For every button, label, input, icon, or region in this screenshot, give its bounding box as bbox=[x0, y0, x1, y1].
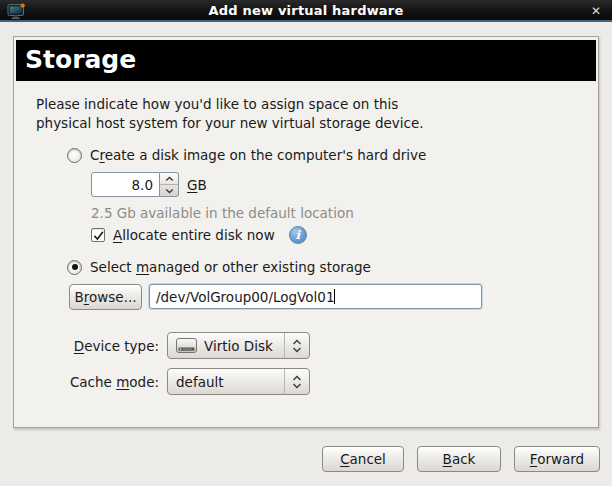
wizard-footer: Cancel Back Forward bbox=[322, 446, 600, 472]
forward-button[interactable]: Forward bbox=[514, 446, 600, 472]
cache-mode-row: Cache mode: default bbox=[54, 368, 310, 395]
close-icon[interactable]: ✕ bbox=[591, 3, 601, 19]
dropdown-chevrons-icon bbox=[284, 369, 309, 394]
hard-disk-icon bbox=[176, 338, 197, 353]
forward-button-label: Forward bbox=[530, 451, 584, 467]
browse-button-label: Browse... bbox=[74, 289, 136, 305]
allocate-disk-checkbox-row[interactable]: Allocate entire disk now i bbox=[91, 226, 307, 244]
page-title: Storage bbox=[16, 40, 596, 81]
text-caret bbox=[334, 289, 335, 304]
intro-text: Please indicate how you'd like to assign… bbox=[36, 95, 424, 133]
device-type-label: Device type: bbox=[54, 338, 159, 354]
spin-up-icon[interactable] bbox=[160, 173, 178, 185]
radio-select-managed-storage[interactable]: Select managed or other existing storage bbox=[67, 259, 371, 275]
intro-line-1: Please indicate how you'd like to assign… bbox=[36, 95, 424, 114]
cancel-button-label: Cancel bbox=[340, 451, 386, 467]
device-type-select[interactable]: Virtio Disk bbox=[167, 332, 310, 359]
storage-path-input[interactable]: /dev/VolGroup00/LogVol01 bbox=[149, 284, 482, 309]
radio-button-icon[interactable] bbox=[67, 148, 82, 163]
intro-line-2: physical host system for your new virtua… bbox=[36, 114, 424, 133]
cancel-button[interactable]: Cancel bbox=[322, 446, 404, 472]
dropdown-chevrons-icon bbox=[284, 333, 309, 358]
disk-size-spinner bbox=[160, 172, 179, 197]
cache-mode-value: default bbox=[176, 374, 284, 390]
radio-managed-label: Select managed or other existing storage bbox=[90, 259, 371, 275]
cache-mode-label: Cache mode: bbox=[54, 374, 159, 390]
disk-size-row: 8.0 GB bbox=[91, 172, 207, 197]
info-icon[interactable]: i bbox=[289, 226, 307, 244]
storage-wizard-panel: Storage Please indicate how you'd like t… bbox=[13, 36, 599, 428]
available-space-note: 2.5 Gb available in the default location bbox=[91, 205, 354, 221]
radio-create-label: Create a disk image on the computer's ha… bbox=[90, 147, 426, 163]
allocate-label: Allocate entire disk now bbox=[113, 227, 275, 243]
spin-down-icon[interactable] bbox=[160, 185, 178, 196]
device-type-value: Virtio Disk bbox=[204, 338, 284, 354]
titlebar: Add new virtual hardware ✕ bbox=[0, 0, 612, 22]
window-title: Add new virtual hardware bbox=[0, 3, 612, 18]
size-unit-label: GB bbox=[187, 177, 207, 193]
disk-size-value: 8.0 bbox=[132, 177, 153, 193]
radio-create-disk-image[interactable]: Create a disk image on the computer's ha… bbox=[67, 147, 426, 163]
radio-button-selected-icon[interactable] bbox=[67, 260, 82, 275]
browse-button[interactable]: Browse... bbox=[69, 284, 142, 310]
virt-manager-monitor-icon bbox=[7, 3, 26, 23]
device-type-row: Device type: Virtio Disk bbox=[54, 332, 310, 359]
storage-path-value: /dev/VolGroup00/LogVol01 bbox=[156, 289, 334, 305]
disk-size-input[interactable]: 8.0 bbox=[91, 172, 160, 197]
back-button-label: Back bbox=[443, 451, 476, 467]
checkbox-checked-icon[interactable] bbox=[91, 228, 105, 242]
cache-mode-select[interactable]: default bbox=[167, 368, 310, 395]
back-button[interactable]: Back bbox=[417, 446, 501, 472]
